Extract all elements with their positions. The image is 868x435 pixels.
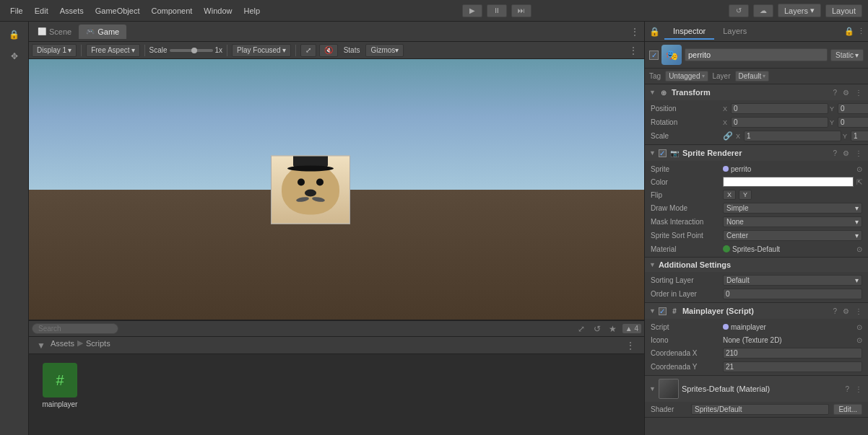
collapse-icon[interactable]: ▼ <box>35 339 48 352</box>
mp-settings-icon[interactable]: ⚙ <box>841 307 851 315</box>
object-active-checkbox[interactable]: ✓ <box>649 50 659 60</box>
additional-settings-header[interactable]: ▼ Additional Settings <box>645 258 868 272</box>
order-in-layer-input[interactable] <box>723 289 862 299</box>
breadcrumb-assets[interactable]: Assets <box>51 339 74 348</box>
coordenada-y-input[interactable] <box>723 361 862 372</box>
tabs-more-icon[interactable]: ⋮ <box>627 26 643 38</box>
transform-settings-icon[interactable]: ⚙ <box>841 89 851 97</box>
breadcrumb-scripts[interactable]: Scripts <box>86 339 110 348</box>
object-name-input[interactable] <box>685 48 828 61</box>
flip-y-btn[interactable]: Y <box>739 190 752 200</box>
sr-more-icon[interactable]: ⋮ <box>854 149 864 157</box>
search-input[interactable] <box>32 323 118 334</box>
stats-btn[interactable]: Stats <box>341 46 363 54</box>
transform-help-icon[interactable]: ? <box>831 89 838 97</box>
tag-dropdown[interactable]: Untagged ▾ <box>665 71 708 82</box>
color-swatch[interactable] <box>723 177 854 187</box>
material-section-bottom: ▼ Sprites-Default (Material) ? ⋮ Shader … <box>645 376 868 418</box>
menu-gameobject[interactable]: GameObject <box>91 5 144 17</box>
cloud-button[interactable]: ☁ <box>753 4 773 17</box>
scale-slider[interactable] <box>170 49 213 52</box>
inspector-more-icon[interactable]: ⋮ <box>857 27 865 36</box>
expand-icon[interactable]: ⤢ <box>575 322 588 335</box>
rotation-label: Rotation <box>651 118 723 126</box>
menu-component[interactable]: Component <box>147 5 196 17</box>
transform-more-icon[interactable]: ⋮ <box>854 89 864 97</box>
mask-interaction-dropdown[interactable]: None ▾ <box>723 216 862 227</box>
scale-y-input[interactable] <box>851 131 868 141</box>
mainplayer-script-header[interactable]: ▼ ✓ # Mainplayer (Script) ? ⚙ ⋮ <box>645 303 868 319</box>
mat-help-icon[interactable]: ? <box>843 385 851 393</box>
scale-label: Scale <box>651 132 723 140</box>
asset-mainplayer[interactable]: # mainplayer <box>35 360 85 411</box>
scene-game-tabs: ⬜ Scene 🎮 Game ⋮ <box>29 22 644 42</box>
rot-y-input[interactable] <box>838 117 868 128</box>
tab-game[interactable]: 🎮 Game <box>79 25 126 39</box>
shader-dropdown[interactable]: Sprites/Default <box>691 404 829 415</box>
dog-nose <box>305 190 316 197</box>
mainplayer-checkbox[interactable]: ✓ <box>659 307 667 315</box>
move-icon[interactable]: ✥ <box>4 46 25 66</box>
history-button[interactable]: ↺ <box>729 4 749 17</box>
rot-x-input[interactable] <box>731 117 828 128</box>
script-select-icon[interactable]: ⊙ <box>856 323 862 331</box>
coordenada-x-input[interactable] <box>723 348 862 359</box>
step-button[interactable]: ⏭ <box>511 4 531 17</box>
layout-dropdown[interactable]: Layout <box>825 4 862 17</box>
shader-edit-btn[interactable]: Edit... <box>833 404 862 415</box>
menu-help[interactable]: Help <box>239 5 264 17</box>
tab-inspector[interactable]: Inspector <box>664 24 714 40</box>
favorite-icon[interactable]: ★ <box>607 322 620 335</box>
sprite-value: perrito <box>731 165 751 173</box>
mp-more-icon[interactable]: ⋮ <box>854 307 864 315</box>
tab-scene[interactable]: ⬜ Scene <box>30 25 79 39</box>
game-toolbar-more-icon[interactable]: ⋮ <box>625 45 641 56</box>
inspector-lock-icon[interactable]: 🔒 <box>645 25 664 38</box>
sprite-sort-point-dropdown[interactable]: Center ▾ <box>723 230 862 241</box>
sprite-select-icon[interactable]: ⊙ <box>856 165 862 173</box>
maximize-btn[interactable]: ⤢ <box>300 44 316 57</box>
pause-button[interactable]: ⏸ <box>487 4 507 17</box>
bottom-toolbar-more-icon[interactable]: ⋮ <box>622 340 638 351</box>
draw-mode-dropdown[interactable]: Simple ▾ <box>723 203 862 214</box>
mat-more-icon[interactable]: ⋮ <box>854 385 864 393</box>
sprite-renderer-checkbox[interactable]: ✓ <box>659 149 667 157</box>
display-dropdown[interactable]: Display 1 ▾ <box>32 44 77 57</box>
mainplayer-actions: ? ⚙ ⋮ <box>831 307 864 315</box>
static-button[interactable]: Static ▾ <box>830 49 864 61</box>
gizmos-btn[interactable]: Gizmos ▾ <box>365 44 404 57</box>
transform-header[interactable]: ▼ ⊕ Transform ? ⚙ ⋮ <box>645 84 868 100</box>
tab-layers[interactable]: Layers <box>714 24 755 40</box>
color-select-icon[interactable]: ⇱ <box>856 178 862 186</box>
icono-select-icon[interactable]: ⊙ <box>856 336 862 344</box>
pos-x-label: X <box>723 105 730 113</box>
sr-help-icon[interactable]: ? <box>831 149 838 157</box>
layers-dropdown[interactable]: Layers ▾ <box>778 4 821 17</box>
aspect-dropdown[interactable]: Free Aspect ▾ <box>86 44 139 57</box>
play-focused-btn[interactable]: Play Focused ▾ <box>232 44 291 57</box>
layer-dropdown[interactable]: Default ▾ <box>735 71 770 82</box>
sorting-layer-dropdown[interactable]: Default ▾ <box>723 275 862 286</box>
sr-settings-icon[interactable]: ⚙ <box>841 149 851 157</box>
mp-help-icon[interactable]: ? <box>831 307 838 315</box>
scale-x-input[interactable] <box>744 131 841 141</box>
menu-assets[interactable]: Assets <box>56 5 88 17</box>
material-select-icon[interactable]: ⊙ <box>856 245 862 253</box>
scale-link-icon[interactable]: 🔗 <box>723 131 733 141</box>
menu-edit[interactable]: Edit <box>30 5 53 17</box>
pos-y-input[interactable] <box>838 103 868 114</box>
bottom-content: # mainplayer <box>29 354 644 435</box>
assets-panel: # mainplayer <box>29 354 644 435</box>
sprite-renderer-header[interactable]: ▼ ✓ 📷 Sprite Renderer ? ⚙ ⋮ <box>645 145 868 161</box>
inspector-lock2-icon[interactable]: 🔒 <box>844 27 854 36</box>
sprite-sort-point-arrow-icon: ▾ <box>855 232 859 240</box>
flip-x-btn[interactable]: X <box>723 190 736 200</box>
pos-x-input[interactable] <box>731 103 828 114</box>
gizmos-arrow-icon: ▾ <box>395 46 399 54</box>
lock-icon[interactable]: 🔒 <box>4 25 25 45</box>
play-button[interactable]: ▶ <box>462 4 482 17</box>
mute-btn[interactable]: 🔇 <box>319 44 338 57</box>
refresh-icon[interactable]: ↺ <box>591 322 604 335</box>
menu-file[interactable]: File <box>6 5 27 17</box>
menu-window[interactable]: Window <box>199 5 236 17</box>
